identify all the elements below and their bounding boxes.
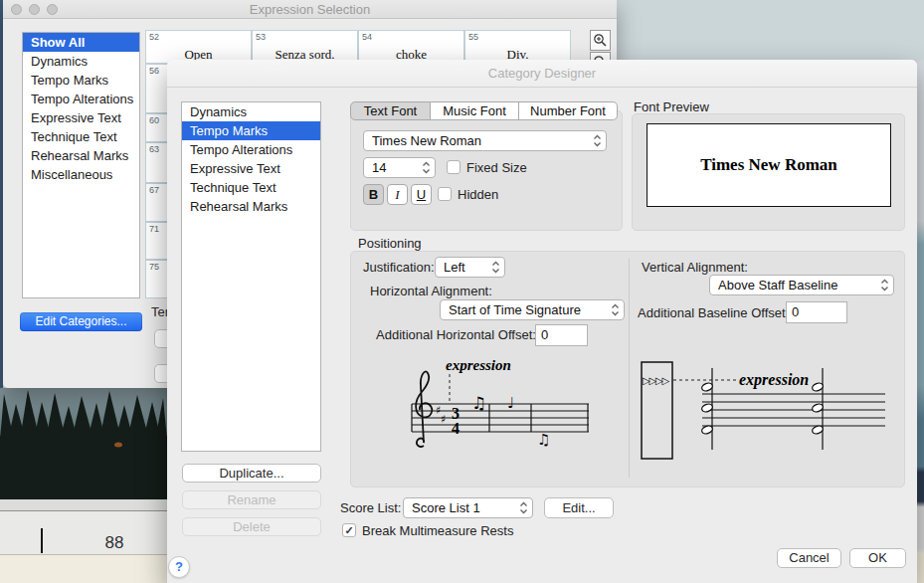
expression-example-text: expression bbox=[739, 371, 809, 389]
expression-number: 52 bbox=[149, 32, 159, 42]
italic-button[interactable]: I bbox=[387, 184, 408, 205]
additional-baseline-offset-label: Additional Baseline Offset: bbox=[638, 305, 789, 320]
positioning-divider bbox=[629, 259, 630, 478]
horizontal-alignment-value: Start of Time Signature bbox=[449, 300, 581, 319]
font-tabs: Text Font Music Font Number Font bbox=[350, 101, 618, 120]
category-item-technique-text[interactable]: Technique Text bbox=[182, 178, 320, 197]
measure-number: 88 bbox=[70, 533, 159, 553]
duplicate-button[interactable]: Duplicate... bbox=[182, 464, 321, 483]
sidebar-item-rehearsal-marks[interactable]: Rehearsal Marks bbox=[23, 146, 139, 165]
magnifier-plus-icon bbox=[593, 33, 608, 48]
expression-number: 60 bbox=[149, 115, 159, 125]
sharp-icon: ♯ bbox=[441, 413, 446, 426]
font-preview-box: Times New Roman bbox=[647, 123, 891, 207]
category-item-tempo-marks[interactable]: Tempo Marks bbox=[182, 121, 320, 140]
break-multimeasure-label: Break Multimeasure Rests bbox=[362, 523, 513, 538]
dialog-title: Category Designer bbox=[167, 66, 917, 81]
hidden-checkbox[interactable] bbox=[438, 187, 452, 201]
category-designer-dialog: Category Designer Dynamics Tempo Marks T… bbox=[167, 60, 917, 583]
score-barline bbox=[41, 528, 43, 553]
hidden-label: Hidden bbox=[458, 187, 498, 202]
sidebar-item-tempo-alterations[interactable]: Tempo Alterations bbox=[23, 90, 139, 108]
rename-button: Rename bbox=[182, 490, 321, 509]
chevron-up-down-icon bbox=[880, 279, 889, 292]
category-list: Dynamics Tempo Marks Tempo Alterations E… bbox=[181, 101, 321, 452]
check-icon: ✓ bbox=[344, 524, 353, 536]
quarter-note-icon: ♩ bbox=[507, 394, 514, 412]
expression-number: 54 bbox=[362, 32, 372, 42]
score-list-value: Score List 1 bbox=[412, 498, 480, 517]
sidebar-item-miscellaneous[interactable]: Miscellaneous bbox=[23, 165, 139, 184]
vertical-alignment-label: Vertical Alignment: bbox=[642, 260, 748, 275]
desktop-wallpaper-forest bbox=[0, 388, 167, 499]
desktop-right-strip bbox=[917, 0, 924, 583]
expression-number: 71 bbox=[149, 224, 159, 234]
sidebar-item-tempo-marks[interactable]: Tempo Marks bbox=[23, 71, 139, 90]
tab-music-font[interactable]: Music Font bbox=[431, 101, 519, 120]
chevron-up-down-icon bbox=[593, 134, 602, 147]
delete-button: Delete bbox=[182, 517, 321, 536]
category-item-rehearsal-marks[interactable]: Rehearsal Marks bbox=[182, 197, 320, 216]
score-page bbox=[0, 554, 167, 583]
expression-number: 67 bbox=[149, 185, 159, 195]
justification-dropdown[interactable]: Left bbox=[435, 257, 505, 278]
expression-number: 55 bbox=[468, 32, 478, 42]
justification-label: Justification: bbox=[363, 260, 435, 275]
expression-cell-54[interactable]: 54 choke bbox=[358, 30, 464, 64]
expression-cell-52[interactable]: 52 Open bbox=[145, 30, 252, 64]
expression-number: 53 bbox=[256, 32, 266, 42]
expression-cell-53[interactable]: 53 Senza sord. bbox=[252, 30, 358, 64]
horizontal-position-preview: expression ♯ ♯ 3 4 ♫ ♩ ♫ bbox=[394, 356, 593, 456]
expression-number: 75 bbox=[149, 262, 159, 272]
font-preview-label: Font Preview bbox=[634, 99, 709, 114]
sidebar-item-technique-text[interactable]: Technique Text bbox=[23, 127, 139, 146]
zoom-in-button[interactable] bbox=[590, 30, 611, 51]
edit-categories-button[interactable]: Edit Categories... bbox=[20, 312, 142, 331]
bold-button[interactable]: B bbox=[363, 184, 384, 205]
underline-button[interactable]: U bbox=[411, 184, 432, 205]
help-button[interactable]: ? bbox=[168, 556, 190, 578]
chevron-up-down-icon bbox=[422, 161, 431, 174]
chevron-up-down-icon bbox=[519, 501, 528, 514]
category-item-tempo-alterations[interactable]: Tempo Alterations bbox=[182, 140, 320, 159]
expression-cell-55[interactable]: 55 Div. bbox=[464, 30, 571, 64]
time-signature-bottom: 4 bbox=[452, 420, 460, 437]
sidebar-item-show-all[interactable]: Show All bbox=[23, 33, 139, 52]
ok-button[interactable]: OK bbox=[849, 548, 906, 568]
additional-baseline-offset-input[interactable]: 0 bbox=[786, 301, 847, 323]
window-title: Expression Selection bbox=[3, 2, 617, 17]
edit-score-list-button[interactable]: Edit... bbox=[544, 497, 614, 518]
arrowheads-icon: ▷▷▷▷ bbox=[643, 375, 669, 386]
break-multimeasure-checkbox[interactable]: ✓ bbox=[342, 523, 356, 537]
justification-value: Left bbox=[444, 258, 465, 277]
fixed-size-label: Fixed Size bbox=[466, 160, 527, 175]
sidebar-item-expressive-text[interactable]: Expressive Text bbox=[23, 108, 139, 127]
beamed-notes-icon: ♫ bbox=[537, 431, 550, 449]
beamed-notes-icon: ♫ bbox=[471, 393, 486, 413]
cancel-button[interactable]: Cancel bbox=[777, 548, 841, 568]
category-item-dynamics[interactable]: Dynamics bbox=[182, 102, 320, 121]
sidebar-item-dynamics[interactable]: Dynamics bbox=[23, 52, 139, 71]
expression-selection-titlebar[interactable]: Expression Selection bbox=[3, 0, 617, 19]
positioning-label: Positioning bbox=[358, 236, 422, 251]
score-page-margin bbox=[0, 499, 167, 510]
category-item-expressive-text[interactable]: Expressive Text bbox=[182, 159, 320, 178]
additional-horizontal-offset-label: Additional Horizontal Offset: bbox=[376, 327, 536, 342]
score-list-dropdown[interactable]: Score List 1 bbox=[403, 497, 533, 518]
font-preview-sample: Times New Roman bbox=[700, 155, 837, 175]
tab-text-font[interactable]: Text Font bbox=[350, 101, 431, 120]
expression-number: 63 bbox=[149, 144, 159, 154]
treble-clef-icon bbox=[416, 371, 432, 446]
font-size-value: 14 bbox=[372, 158, 386, 177]
horizontal-alignment-dropdown[interactable]: Start of Time Signature bbox=[440, 299, 625, 320]
additional-horizontal-offset-input[interactable]: 0 bbox=[535, 324, 588, 346]
vertical-alignment-dropdown[interactable]: Above Staff Baseline bbox=[709, 275, 894, 295]
vertical-alignment-value: Above Staff Baseline bbox=[718, 276, 837, 294]
font-size-dropdown[interactable]: 14 bbox=[363, 157, 436, 178]
chevron-up-down-icon bbox=[611, 303, 620, 316]
tab-number-font[interactable]: Number Font bbox=[519, 101, 618, 120]
font-name-dropdown[interactable]: Times New Roman bbox=[363, 130, 607, 151]
fixed-size-checkbox[interactable] bbox=[447, 160, 461, 174]
dialog-titlebar[interactable]: Category Designer bbox=[167, 60, 917, 88]
category-filter-list: Show All Dynamics Tempo Marks Tempo Alte… bbox=[22, 32, 140, 298]
